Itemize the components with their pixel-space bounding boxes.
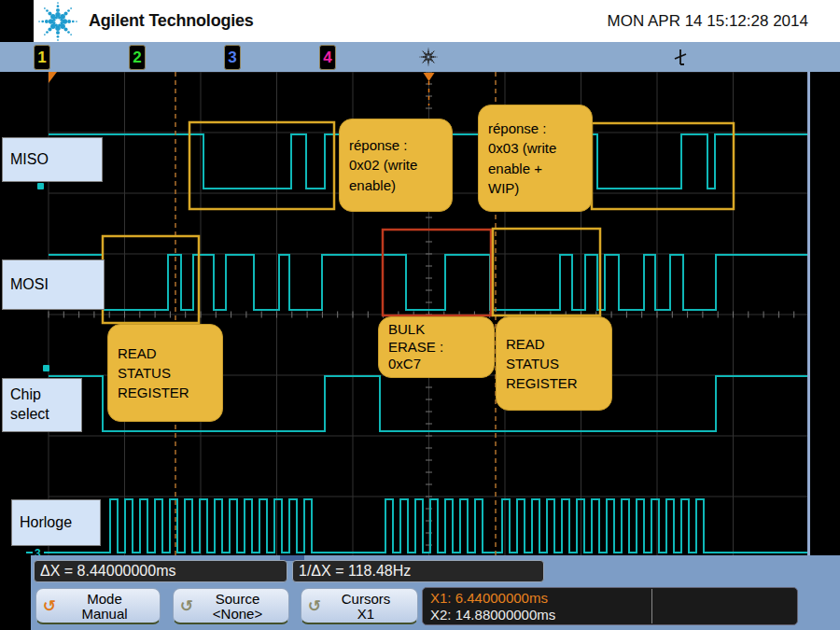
cursor-x2-value: X2: 14.88000000ms (430, 607, 797, 623)
brand-title: Agilent Technologies (89, 11, 254, 31)
ground-marker-1 (37, 183, 44, 189)
status-bar: 1 2 3 4 (0, 42, 840, 72)
delta-x-readout: ΔX = 8.44000000ms (34, 560, 287, 582)
channel-3-dash (44, 552, 50, 553)
title-bar: Agilent Technologies MON APR 14 15:12:28… (0, 0, 840, 42)
softkey-mode-button[interactable]: ↺ Mode Manual (35, 588, 161, 624)
cursor-values-box: X1: 6.44000000ms X2: 14.88000000ms (422, 587, 798, 625)
trigger-position-marker (424, 73, 435, 81)
channel-3-dash (26, 552, 33, 553)
oscilloscope-screen: Agilent Technologies MON APR 14 15:12:28… (0, 0, 840, 630)
highlight-box-red (383, 230, 491, 315)
ground-marker-2 (43, 365, 49, 371)
trigger-edge-icon (673, 48, 688, 66)
waveform-display (0, 0, 840, 630)
highlight-box-yellow (189, 122, 334, 209)
label-mosi: MOSI (2, 259, 105, 310)
readout-divider (651, 589, 652, 623)
softkey-source-button[interactable]: ↺ Source <None> (173, 588, 289, 624)
channel-2-badge: 2 (129, 45, 146, 70)
label-chip-select: Chip select (2, 378, 82, 432)
channel-1-badge: 1 (34, 45, 50, 70)
softkey-cursors-button[interactable]: ↺ Cursors X1 (301, 588, 418, 624)
agilent-logo-icon (32, 1, 84, 42)
label-miso: MISO (2, 137, 103, 182)
inverse-delta-x-readout: 1/ΔX = 118.48Hz (292, 560, 544, 582)
softkey-source-label: Source <None> (187, 592, 288, 622)
bottom-left-block (0, 555, 31, 630)
softkey-mode-label: Mode Manual (49, 592, 160, 622)
callout-response-0x03: réponse : 0x03 (write enable + WIP) (478, 105, 593, 212)
callout-bulk-erase: BULK ERASE : 0xC7 (378, 316, 495, 378)
datetime-text: MON APR 14 15:12:28 2014 (608, 12, 808, 31)
highlight-box-yellow (103, 236, 199, 323)
callout-response-0x02: réponse : 0x02 (write enable) (339, 119, 453, 212)
label-horloge: Horloge (11, 499, 101, 546)
grid-right-edge (807, 72, 810, 561)
waveform-horloge (49, 499, 809, 553)
waveform-mosi (49, 255, 809, 310)
corner-marker (49, 72, 57, 83)
cursor-x1-value: X1: 6.44000000ms (430, 590, 797, 607)
callout-read-status-2: READ STATUS REGISTER (496, 316, 612, 411)
corner-block (0, 0, 34, 42)
highlight-box-yellow (592, 123, 734, 209)
callout-read-status-1: READ STATUS REGISTER (107, 324, 223, 422)
starburst-icon (418, 47, 439, 67)
channel-3-badge: 3 (224, 45, 241, 70)
softkey-cursors-label: Cursors X1 (315, 592, 417, 622)
highlight-box-yellow (493, 229, 600, 315)
channel-4-badge: 4 (319, 45, 336, 70)
